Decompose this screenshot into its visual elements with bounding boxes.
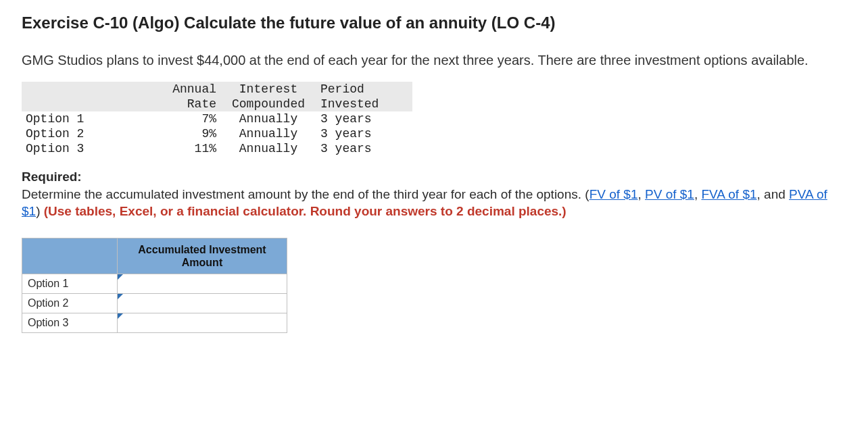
answer-header-amount: Accumulated Investment Amount — [118, 238, 287, 274]
option-period: 3 years — [316, 126, 412, 141]
answer-header-blank — [22, 238, 118, 274]
exercise-title: Exercise C-10 (Algo) Calculate the futur… — [22, 14, 846, 32]
sep: , — [694, 187, 702, 201]
rounding-note: (Use tables, Excel, or a financial calcu… — [44, 204, 566, 218]
option-rate: 9% — [138, 126, 220, 141]
answer-header-line1: Accumulated Investment — [138, 244, 266, 255]
page-root: Exercise C-10 (Algo) Calculate the futur… — [0, 0, 868, 347]
answer-cell-option1[interactable] — [118, 274, 287, 293]
required-label: Required: — [22, 170, 82, 184]
options-header-rate-2: Rate — [138, 97, 220, 111]
options-header-period-1: Period — [316, 82, 412, 97]
table-row: Option 1 — [22, 274, 287, 293]
answer-input-option3[interactable] — [118, 313, 287, 332]
close-paren: ) — [36, 204, 44, 218]
options-header-comp-1: Interest — [220, 82, 316, 97]
table-row: Option 3 11% Annually 3 years — [22, 141, 412, 156]
option-label: Option 1 — [22, 111, 138, 126]
answer-cell-option2[interactable] — [118, 293, 287, 313]
answer-input-option2[interactable] — [118, 294, 287, 313]
option-period: 3 years — [316, 111, 412, 126]
answer-row-label: Option 2 — [22, 293, 118, 313]
answer-table: Accumulated Investment Amount Option 1 O… — [22, 238, 287, 333]
link-fv-of-1[interactable]: FV of $1 — [589, 187, 638, 201]
link-pv-of-1[interactable]: PV of $1 — [645, 187, 694, 201]
required-text: Determine the accumulated investment amo… — [22, 187, 589, 201]
table-row: Option 1 7% Annually 3 years — [22, 111, 412, 126]
table-row: Option 2 9% Annually 3 years — [22, 126, 412, 141]
table-row: Option 3 — [22, 313, 287, 332]
options-header-comp-2: Compounded — [220, 97, 316, 111]
options-header-blank — [22, 82, 138, 97]
option-compounded: Annually — [220, 141, 316, 156]
link-fva-of-1[interactable]: FVA of $1 — [701, 187, 756, 201]
option-compounded: Annually — [220, 111, 316, 126]
intro-paragraph: GMG Studios plans to invest $44,000 at t… — [22, 51, 846, 70]
answer-cell-option3[interactable] — [118, 313, 287, 332]
option-label: Option 3 — [22, 141, 138, 156]
answer-row-label: Option 3 — [22, 313, 118, 332]
table-row: Option 2 — [22, 293, 287, 313]
required-block: Required: Determine the accumulated inve… — [22, 168, 846, 220]
options-header-rate-1: Annual — [138, 82, 220, 97]
sep-and: , and — [757, 187, 790, 201]
option-period: 3 years — [316, 141, 412, 156]
option-rate: 11% — [138, 141, 220, 156]
options-data-table: Annual Interest Period Rate Compounded I… — [22, 82, 846, 156]
answer-row-label: Option 1 — [22, 274, 118, 293]
option-rate: 7% — [138, 111, 220, 126]
option-compounded: Annually — [220, 126, 316, 141]
options-header-period-2: Invested — [316, 97, 412, 111]
sep: , — [637, 187, 645, 201]
answer-input-option1[interactable] — [118, 274, 287, 293]
answer-header-line2: Amount — [182, 257, 222, 268]
options-header-blank-2 — [22, 97, 138, 111]
option-label: Option 2 — [22, 126, 138, 141]
